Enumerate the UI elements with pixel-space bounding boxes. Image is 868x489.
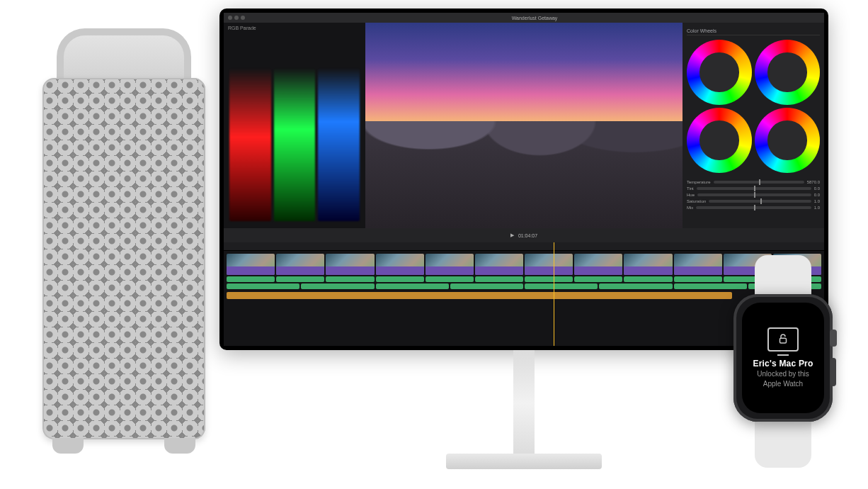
window-title: Wanderlust Getaway [249, 16, 820, 21]
video-scopes-panel[interactable]: RGB Parade [224, 23, 365, 228]
window-controls[interactable] [228, 16, 245, 20]
color-sliders: Temperature5870.0 Tint0.0 Hue0.0 Saturat… [687, 180, 820, 210]
play-icon[interactable]: ▶ [510, 232, 514, 238]
unlock-device-name: Eric's Mac Pro [753, 359, 813, 369]
watch-screen[interactable]: Eric's Mac Pro Unlocked by this Apple Wa… [742, 303, 824, 413]
timeline-ruler[interactable] [224, 242, 824, 251]
unlock-message-line2: Apple Watch [763, 380, 803, 389]
slider-value: 0.0 [814, 186, 820, 191]
slider-label: Mix [687, 206, 693, 210]
video-clip[interactable] [475, 254, 523, 275]
watch-band-bottom [755, 418, 811, 468]
video-clip[interactable] [376, 254, 424, 275]
video-clip[interactable] [227, 254, 275, 275]
video-clip[interactable] [326, 254, 374, 275]
mac-pro-tower [42, 28, 205, 454]
timecode-display: 01:04:07 [518, 233, 537, 238]
watch-case: Eric's Mac Pro Unlocked by this Apple Wa… [733, 294, 833, 422]
video-clip[interactable] [525, 254, 573, 275]
timeline-playhead[interactable] [554, 242, 554, 346]
scopes-label: RGB Parade [228, 26, 361, 30]
digital-crown[interactable] [830, 330, 837, 347]
video-clip[interactable] [624, 254, 672, 275]
slider-saturation[interactable]: Saturation1.0 [687, 199, 820, 203]
color-wheels[interactable] [687, 40, 820, 173]
slider-label: Saturation [687, 199, 706, 203]
slider-tint[interactable]: Tint0.0 [687, 186, 820, 191]
monitor-stand-neck [513, 350, 535, 456]
slider-label: Temperature [687, 180, 711, 184]
slider-label: Tint [687, 186, 694, 191]
video-viewer[interactable] [365, 23, 683, 228]
slider-value: 1.0 [814, 199, 820, 203]
video-clip[interactable] [276, 254, 324, 275]
color-wheel-highlights[interactable] [755, 108, 820, 173]
rgb-parade-scope [229, 51, 360, 221]
unlock-mac-icon [767, 327, 799, 352]
mac-pro-handle [57, 28, 191, 85]
video-clip[interactable] [426, 254, 474, 275]
slider-value: 5870.0 [807, 180, 820, 184]
unlocked-padlock-icon [777, 332, 789, 345]
color-wheel-shadows[interactable] [755, 40, 820, 105]
slider-hue[interactable]: Hue0.0 [687, 193, 820, 197]
color-wheel-master[interactable] [687, 40, 752, 105]
slider-temperature[interactable]: Temperature5870.0 [687, 180, 820, 184]
unlock-message-line1: Unlocked by this [757, 370, 809, 379]
window-titlebar: Wanderlust Getaway [224, 13, 824, 23]
slider-value: 0.0 [814, 193, 820, 197]
video-clip[interactable] [574, 254, 622, 275]
slider-mix[interactable]: Mix1.0 [687, 206, 820, 210]
inspector-title: Color Wheels [687, 27, 820, 35]
mac-pro-body [42, 78, 205, 439]
slider-value: 1.0 [814, 206, 820, 210]
color-inspector-panel[interactable]: Color Wheels Temperature5870.0 Tint0.0 H… [683, 23, 824, 228]
monitor-stand-base [446, 454, 602, 469]
slider-label: Hue [687, 193, 695, 197]
side-button[interactable] [830, 358, 836, 386]
music-track-clip[interactable] [227, 292, 732, 299]
viewer-image-foreground [365, 121, 683, 228]
video-clip[interactable] [674, 254, 722, 275]
mac-pro-feet [52, 438, 195, 454]
viewer-toolbar[interactable]: ▶ 01:04:07 [224, 228, 824, 242]
color-wheel-midtones[interactable] [687, 108, 752, 173]
svg-rect-0 [780, 338, 787, 343]
apple-watch: Eric's Mac Pro Unlocked by this Apple Wa… [719, 255, 847, 468]
